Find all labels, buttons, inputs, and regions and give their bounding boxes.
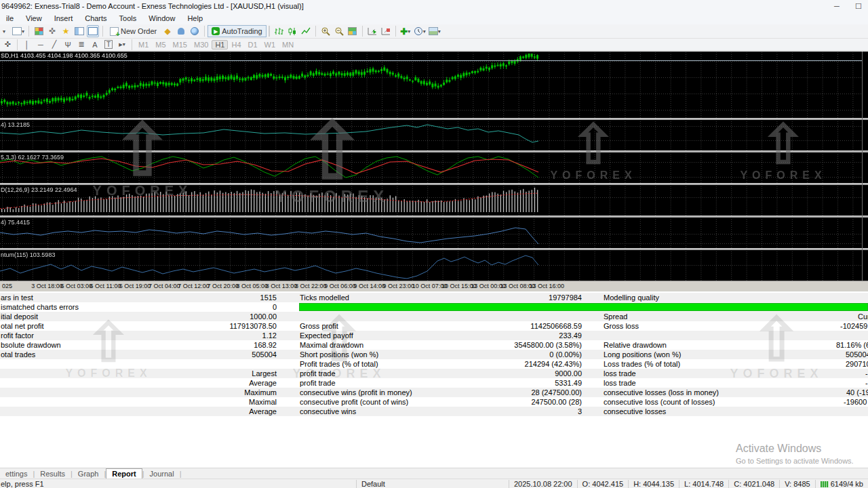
chart-canvas[interactable] bbox=[0, 52, 868, 281]
community-button[interactable] bbox=[189, 25, 201, 37]
horizontal-line-button[interactable]: ─ bbox=[35, 39, 47, 51]
status-bar: elp, press F1 Default2025.10.08 22:00O: … bbox=[0, 479, 868, 488]
market-watch-button[interactable] bbox=[33, 25, 45, 37]
tester-start-button[interactable] bbox=[366, 25, 378, 37]
report-value: - bbox=[865, 379, 868, 387]
timeframe-m1[interactable]: M1 bbox=[135, 40, 152, 49]
menu-item-view[interactable]: View bbox=[20, 13, 48, 24]
indicator-label-atr: 4) 13.2185 bbox=[1, 121, 30, 128]
new-chart-dropdown[interactable]: ▾ bbox=[0, 25, 10, 37]
mt4-window: 9649962: Exness-Trial8 - Demo Account - … bbox=[0, 0, 868, 488]
tab-report[interactable]: Report bbox=[106, 468, 142, 479]
tab-journal[interactable]: Journal bbox=[144, 469, 180, 479]
report-label: consecutive losses bbox=[604, 407, 666, 415]
chart-area[interactable]: SD,H1 4103.455 4104.198 4100.365 4100.65… bbox=[0, 52, 868, 281]
report-table: ars in test1515Ticks modelled19797984Mod… bbox=[0, 293, 868, 416]
report-row: itial deposit1000.00SpreadCur bbox=[0, 312, 868, 321]
report-value: 1.12 bbox=[0, 331, 277, 340]
minimize-button[interactable]: ─ bbox=[831, 2, 842, 10]
fibonacci-button[interactable]: ≣ bbox=[75, 39, 87, 51]
arrows-dropdown[interactable]: ▸▾ bbox=[116, 39, 128, 51]
tester-tab-bar: ettings|Results|Graph|Report|Journal| bbox=[0, 468, 868, 479]
line-chart-button[interactable] bbox=[300, 25, 312, 37]
time-axis-label: 025 bbox=[2, 283, 12, 289]
new-order-button[interactable]: New Order bbox=[106, 25, 161, 37]
timeframe-m15[interactable]: M15 bbox=[170, 40, 191, 49]
tester-stop-button[interactable] bbox=[380, 25, 392, 37]
templates-dropdown[interactable]: ▾ bbox=[428, 25, 441, 37]
status-help-text: elp, press F1 bbox=[0, 480, 44, 488]
tester-start-icon bbox=[368, 27, 377, 36]
timeframe-mn[interactable]: MN bbox=[279, 40, 297, 49]
report-value: -19600 bbox=[844, 398, 867, 406]
timeframe-m5[interactable]: M5 bbox=[152, 40, 169, 49]
trendline-button[interactable]: ╱ bbox=[48, 39, 60, 51]
bar-chart-button[interactable] bbox=[273, 25, 285, 37]
report-label: loss trade bbox=[604, 369, 636, 378]
bucket-icon: ◆ bbox=[165, 26, 171, 36]
report-row: ismatched charts errors0 bbox=[0, 302, 868, 312]
timeframe-m30[interactable]: M30 bbox=[191, 40, 212, 49]
menu-item-ile[interactable]: ile bbox=[0, 13, 20, 24]
timeframe-h4[interactable]: H4 bbox=[228, 40, 244, 49]
time-axis-label: 6 Oct 19:00 bbox=[119, 283, 151, 289]
terminal-button[interactable] bbox=[73, 25, 85, 37]
report-value: Maximum bbox=[0, 388, 277, 396]
menu-item-tools[interactable]: Tools bbox=[113, 13, 143, 24]
strategy-tester-button[interactable] bbox=[87, 25, 99, 37]
indicators-dropdown[interactable]: ✚▾ bbox=[399, 25, 412, 37]
report-label: consecutive loss (count of losses) bbox=[604, 398, 715, 406]
navigator-button[interactable]: ★ bbox=[60, 25, 72, 37]
autotrading-label: AutoTrading bbox=[222, 27, 262, 35]
report-value: 1142506668.59 bbox=[300, 322, 582, 330]
report-value: Largest bbox=[0, 369, 277, 378]
activate-line1: Activate Windows bbox=[736, 443, 854, 455]
menu-item-charts[interactable]: Charts bbox=[79, 13, 113, 24]
vertical-line-button[interactable]: │ bbox=[21, 39, 33, 51]
time-axis-label: 9 Oct 23:00 bbox=[383, 283, 415, 289]
report-value: 81.16% (63 bbox=[836, 341, 868, 349]
tab-results[interactable]: Results bbox=[35, 469, 71, 479]
timeframe-d1[interactable]: D1 bbox=[245, 40, 261, 49]
timeframe-w1[interactable]: W1 bbox=[261, 40, 279, 49]
cursor-crosshair-button[interactable]: ✜ bbox=[1, 39, 14, 51]
experts-button[interactable] bbox=[175, 25, 187, 37]
data-window-button[interactable]: ✜ bbox=[46, 25, 58, 37]
window-title: 9649962: Exness-Trial8 - Demo Account - … bbox=[0, 2, 304, 10]
candlestick-button[interactable] bbox=[286, 25, 298, 37]
text-button[interactable]: A bbox=[89, 39, 101, 51]
timeframe-h1[interactable]: H1 bbox=[212, 40, 228, 49]
time-axis-label: 13 Oct 16:00 bbox=[530, 283, 565, 289]
globe-icon bbox=[191, 27, 199, 35]
report-value: 168.92 bbox=[0, 341, 277, 349]
activate-windows-note: Activate Windows Go to Settings to activ… bbox=[736, 443, 854, 465]
report-value: 1000.00 bbox=[0, 312, 277, 321]
menu-item-insert[interactable]: Insert bbox=[48, 13, 79, 24]
tab-ettings[interactable]: ettings bbox=[0, 469, 33, 479]
report-value: 3 bbox=[300, 407, 582, 415]
report-value: 40 (-19 bbox=[846, 388, 868, 396]
tile-windows-button[interactable] bbox=[347, 25, 359, 37]
time-axis[interactable]: 0253 Oct 18:006 Oct 03:006 Oct 11:006 Oc… bbox=[0, 281, 868, 291]
report-label: Modelling quality bbox=[604, 293, 659, 302]
metaeditor-button[interactable]: ◆ bbox=[161, 25, 174, 37]
pitchfork-button[interactable]: Ψ bbox=[62, 39, 74, 51]
zoom-in-button[interactable] bbox=[319, 25, 332, 37]
profiles-dropdown[interactable]: ▾ bbox=[12, 25, 25, 37]
menu-item-window[interactable]: Window bbox=[142, 13, 181, 24]
menu-item-help[interactable]: Help bbox=[181, 13, 209, 24]
report-value: 214294 (42.43%) bbox=[300, 360, 582, 368]
tab-graph[interactable]: Graph bbox=[73, 469, 104, 479]
report-value: 233.49 bbox=[300, 331, 582, 340]
title-bar: 9649962: Exness-Trial8 - Demo Account - … bbox=[0, 0, 868, 12]
autotrading-button[interactable]: ▶ AutoTrading bbox=[208, 25, 267, 37]
maximize-button[interactable]: ☐ bbox=[853, 2, 864, 11]
report-value: 19797984 bbox=[300, 293, 582, 302]
indicator-label-stochastic: 5,3,3) 62.1627 73.3659 bbox=[1, 154, 64, 161]
status-open: O: 4042.415 bbox=[577, 480, 629, 488]
text-label-button[interactable]: T bbox=[102, 39, 115, 51]
periods-dropdown[interactable]: ▾ bbox=[413, 25, 427, 37]
report-value: Maximal bbox=[0, 398, 277, 406]
modelling-quality-bar bbox=[299, 303, 868, 311]
zoom-out-button[interactable] bbox=[333, 25, 345, 37]
